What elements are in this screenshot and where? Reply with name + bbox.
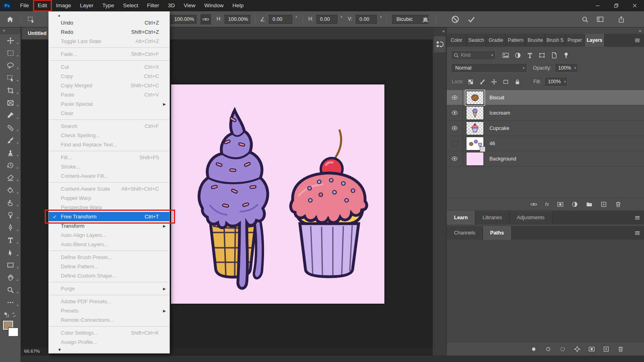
fill-path-icon[interactable] [530, 346, 537, 353]
layer-visibility-eye-icon[interactable] [447, 90, 463, 105]
layer-visibility-toggle[interactable] [447, 136, 463, 151]
panel-tab-proper[interactable]: Proper [565, 34, 585, 47]
type-tool-icon[interactable] [0, 234, 21, 246]
menu-item-cut[interactable]: CutCtrl+X [49, 62, 169, 72]
zoom-tool-icon[interactable] [0, 284, 21, 296]
panel-tab-channels[interactable]: Channels [447, 226, 483, 240]
menu-item-redo[interactable]: RedoShift+Ctrl+Z [49, 27, 169, 37]
workspace-icon[interactable] [595, 14, 605, 25]
layer-row-background[interactable]: Background [447, 151, 644, 167]
gradient-tool-icon[interactable] [0, 184, 21, 196]
menu-item-copy-merged[interactable]: Copy MergedShift+Ctrl+C [49, 81, 169, 90]
share-icon[interactable] [616, 14, 626, 25]
add-path-mask-icon[interactable] [588, 346, 595, 353]
menu-item-free-transform[interactable]: ✓Free TransformCtrl+T [49, 212, 169, 221]
adjustment-layer-filter-icon[interactable] [514, 51, 521, 59]
history-panel-icon[interactable] [434, 36, 446, 52]
eraser-tool-icon[interactable] [0, 171, 21, 184]
opacity-input[interactable]: 100% ▾ [555, 63, 578, 73]
pixel-layer-filter-icon[interactable] [502, 51, 509, 59]
rectangular-marquee-tool-icon[interactable] [0, 47, 21, 59]
more-tools-tool-icon[interactable] [0, 296, 21, 309]
menubar-item-type[interactable]: Type [98, 0, 118, 11]
zoom-level[interactable]: 66.67% [24, 349, 40, 354]
height-scale-input[interactable]: 100.00% [225, 15, 250, 24]
toolbar-collapse[interactable]: » [0, 27, 21, 34]
menu-item-find-and-replace-text[interactable]: Find and Replace Text... [49, 140, 169, 149]
move-tool-icon[interactable] [0, 34, 21, 47]
layer-filter-select[interactable]: Kind ▾ [451, 50, 496, 60]
adjustment-layer-icon[interactable] [572, 201, 578, 208]
lock-transparent-pixels-icon[interactable] [468, 78, 474, 85]
layer-row-biscuit[interactable]: Biscuit [447, 90, 644, 105]
menu-item-auto-align-layers[interactable]: Auto-Align Layers... [49, 230, 169, 240]
swap-colors-icon[interactable] [11, 311, 17, 318]
menu-item-define-brush-preset[interactable]: Define Brush Preset... [49, 253, 169, 262]
dodge-tool-icon[interactable] [0, 209, 21, 221]
link-layers-icon[interactable] [530, 201, 537, 208]
h-skew-input[interactable]: 0.00 [316, 15, 337, 24]
width-scale-input[interactable]: 100.00% [171, 15, 196, 24]
lock-image-pixels-icon[interactable] [479, 78, 485, 85]
menubar-item-3d[interactable]: 3D [163, 0, 179, 11]
v-skew-input[interactable]: 0.00 [356, 15, 377, 24]
canvas[interactable] [171, 84, 384, 304]
layer-thumbnail[interactable] [466, 106, 484, 120]
rotate-angle-input[interactable]: 0.00 [269, 15, 292, 24]
menubar-item-layer[interactable]: Layer [76, 0, 98, 11]
menubar-item-view[interactable]: View [179, 0, 200, 11]
rectangle-tool-icon[interactable] [0, 259, 21, 271]
layer-row-46[interactable]: 46 [447, 136, 644, 151]
new-path-icon[interactable] [603, 346, 609, 353]
menu-item-undo[interactable]: UndoCtrl+Z [49, 18, 169, 27]
expand-panels-icon[interactable]: » [639, 28, 641, 33]
menubar-item-filter[interactable]: Filter [142, 0, 163, 11]
layer-style-fx-icon[interactable]: fx [545, 201, 549, 207]
panel-tab-gradie[interactable]: Gradie [486, 34, 506, 47]
panel-tab-swatch[interactable]: Swatch [466, 34, 486, 47]
close-button[interactable] [625, 0, 644, 11]
panel-menu-icon[interactable] [630, 226, 644, 240]
background-color-swatch[interactable] [8, 328, 18, 336]
menu-item-toggle-last-state[interactable]: Toggle Last StateAlt+Ctrl+Z [49, 37, 169, 46]
crop-tool-icon[interactable] [0, 84, 21, 97]
menu-scroll-down[interactable]: ▼ [49, 347, 169, 352]
collapse-panels-icon[interactable]: « [442, 29, 444, 33]
menu-item-content-aware-scale[interactable]: Content-Aware ScaleAlt+Shift+Ctrl+C [49, 184, 169, 193]
free-transform-tool-icon[interactable] [26, 14, 36, 25]
panel-tab-libraries[interactable]: Libraries [475, 211, 510, 224]
menu-item-paste-special[interactable]: Paste Special▶ [49, 99, 169, 109]
brush-tool-icon[interactable] [0, 134, 21, 146]
layer-row-cupcake[interactable]: Cupcake [447, 121, 644, 136]
minimize-button[interactable] [588, 0, 607, 11]
layer-visibility-eye-icon[interactable] [447, 151, 463, 167]
lock-artboard-icon[interactable] [503, 78, 509, 85]
type-layer-filter-icon[interactable] [526, 51, 533, 59]
menu-item-transform[interactable]: Transform▶ [49, 221, 169, 230]
panel-tab-pattern[interactable]: Pattern [506, 34, 526, 47]
panel-tab-learn[interactable]: Learn [447, 211, 475, 224]
menu-item-presets[interactable]: Presets▶ [49, 306, 169, 315]
stroke-path-icon[interactable] [545, 346, 551, 353]
menubar-item-window[interactable]: Window [200, 0, 228, 11]
lock-position-icon[interactable] [491, 78, 497, 85]
menubar-item-image[interactable]: Image [52, 0, 76, 11]
make-work-path-icon[interactable] [574, 346, 580, 353]
maintain-aspect-ratio-icon[interactable] [200, 14, 211, 25]
layer-row-icecream[interactable]: Icecream [447, 105, 644, 121]
menu-item-stroke[interactable]: Stroke... [49, 162, 169, 171]
menu-item-fade[interactable]: Fade...Shift+Ctrl+F [49, 49, 169, 59]
panel-tab-brush-s[interactable]: Brush S [545, 34, 565, 47]
layer-thumbnail[interactable] [466, 137, 484, 150]
object-selection-tool-icon[interactable] [0, 72, 21, 84]
clone-stamp-tool-icon[interactable] [0, 146, 21, 159]
panel-tab-brushe[interactable]: Brushe [526, 34, 545, 47]
frame-tool-icon[interactable] [0, 97, 21, 109]
default-colors-icon[interactable] [4, 311, 9, 318]
blend-mode-select[interactable]: Normal ▾ [451, 63, 527, 73]
menu-item-purge[interactable]: Purge▶ [49, 284, 169, 293]
hand-tool-icon[interactable] [0, 271, 21, 284]
menu-item-search[interactable]: SearchCtrl+F [49, 121, 169, 131]
fill-input[interactable]: 100% ▾ [544, 77, 568, 86]
menu-item-puppet-warp[interactable]: Puppet Warp [49, 193, 169, 203]
